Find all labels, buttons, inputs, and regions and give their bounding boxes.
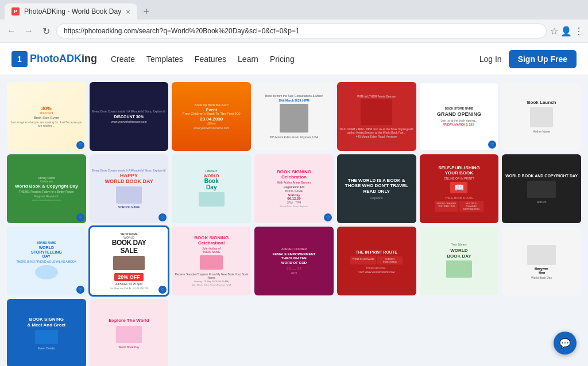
template-card-21[interactable]: विश्व पुस्तकदिवस World Book Day [502, 227, 581, 295]
template-card-14[interactable]: WORLD BOOK AND COPYRIGHT DAY April 23 [502, 154, 581, 223]
template-card-18[interactable]: APHREC CORNER FEMALE EMPOWERMENTTHROUGH … [254, 227, 334, 295]
card-inner-7: Book Launch Author Name [502, 82, 581, 151]
card-inner-2: Every Book Covers inside It A Wonderful … [90, 82, 169, 151]
template-card-9[interactable]: Every Book Covers Inside It A Wonderful … [90, 154, 169, 223]
template-card-10[interactable]: LIBRARY WORLDBookDay [172, 154, 251, 223]
logo-icon: 1 [11, 51, 28, 67]
card-inner-20: Your Library WORLDBOOK DAY [420, 227, 499, 295]
nav-features[interactable]: Features [195, 54, 226, 64]
nav-pricing[interactable]: Pricing [270, 54, 295, 64]
template-card-4[interactable]: Book tip from the Sun! Consultations & M… [254, 82, 334, 151]
fav-icon-11: ♡ [324, 213, 332, 221]
template-card-6[interactable]: BOOK STORE NAME GRAND OPENING Join us at… [420, 82, 499, 151]
nav-create[interactable]: Create [111, 54, 135, 64]
profile-icon[interactable]: 👤 [560, 26, 572, 37]
card-inner-22: BOOK SIGNING& Meet And Greet Event Detai… [7, 299, 86, 366]
navigation-bar: ← → ↻ ☆ 👤 ⋮ [0, 20, 588, 42]
template-card-17[interactable]: BOOK SIGNINGCelebration! John Author ofB… [172, 227, 251, 295]
app-header: 1 PhotoADKing Create Templates Features … [0, 43, 588, 75]
content-area: 30% Discount Book Sale Event Just imagin… [0, 75, 588, 366]
tab-close-btn[interactable]: × [126, 7, 130, 16]
tab-favicon: P [11, 7, 20, 15]
template-card-7[interactable]: Book Launch Author Name [502, 82, 581, 151]
card-inner-12: THE WORLD IS A BOOK &THOSE WHO DON'T TRA… [337, 154, 416, 223]
logo: 1 PhotoADKing [11, 51, 97, 67]
fav-icon-1: ♡ [76, 141, 84, 149]
card-inner-21: विश्व पुस्तकदिवस World Book Day [502, 227, 581, 295]
template-grid: 30% Discount Book Sale Event Just imagin… [5, 80, 583, 366]
card-inner-18: APHREC CORNER FEMALE EMPOWERMENTTHROUGH … [254, 227, 334, 295]
browser-chrome: P PhotoADKing - World Book Day × + ← → ↻… [0, 0, 588, 43]
template-card-11[interactable]: BOOK SIGNINGCelebration With Author Arie… [254, 154, 334, 223]
card-inner-17: BOOK SIGNINGCelebration! John Author ofB… [172, 227, 251, 295]
bookmark-icon[interactable]: ☆ [550, 26, 558, 37]
header-actions: Log In Sign Up Free [479, 50, 577, 68]
template-card-1[interactable]: 30% Discount Book Sale Event Just imagin… [7, 82, 86, 151]
forward-button[interactable]: → [22, 24, 36, 38]
card-inner-6: BOOK STORE NAME GRAND OPENING Join us at… [420, 83, 498, 150]
new-tab-button[interactable]: + [140, 5, 153, 18]
template-card-8[interactable]: Library Name Celebrate World Book & Copy… [7, 154, 86, 223]
template-card-23[interactable]: Explore The World World Book Day [90, 299, 169, 366]
refresh-button[interactable]: ↻ [39, 24, 53, 38]
template-card-16-selected[interactable]: SHOP NAME WORLD BOOK DAYSALE 20% OFF All… [90, 227, 169, 295]
nav-templates[interactable]: Templates [146, 54, 183, 64]
template-card-13[interactable]: SELF-PUBLISHINGYOUR BOOK ONLINE OR IN PR… [420, 154, 499, 223]
fav-icon-8: ♡ [76, 213, 84, 221]
menu-icon[interactable]: ⋮ [574, 26, 583, 37]
logo-number: 1 [17, 54, 22, 64]
card-inner-13: SELF-PUBLISHINGYOUR BOOK ONLINE OR IN PR… [420, 154, 499, 223]
card-inner-14: WORLD BOOK AND COPYRIGHT DAY April 23 [502, 154, 581, 223]
chat-bubble[interactable]: 💬 [554, 332, 577, 355]
card-inner-3: Book tip from the Sun! Event Free Childr… [172, 82, 251, 151]
template-card-19[interactable]: THE IN PRINT ROUTE PRINT-ON-DEMAND SUBSI… [337, 227, 416, 295]
login-button[interactable]: Log In [479, 54, 502, 64]
back-button[interactable]: ← [5, 24, 18, 38]
main-nav: Create Templates Features Learn Pricing [111, 54, 466, 64]
address-bar[interactable] [56, 24, 547, 38]
chat-icon: 💬 [559, 338, 571, 349]
card-inner-4: Book tip from the Sun! Consultations & M… [254, 82, 334, 151]
nav-learn[interactable]: Learn [238, 54, 258, 64]
template-card-15[interactable]: BRAND NAME WORLDSTORYTELLINGDAY THERE IS… [7, 227, 86, 295]
template-card-20[interactable]: Your Library WORLDBOOK DAY [420, 227, 499, 295]
template-card-12[interactable]: THE WORLD IS A BOOK &THOSE WHO DON'T TRA… [337, 154, 416, 223]
fav-icon-15: ♡ [76, 286, 84, 294]
template-card-22[interactable]: BOOK SIGNING& Meet And Greet Event Detai… [7, 299, 86, 366]
card-inner-8: Library Name Celebrate World Book & Copy… [7, 154, 86, 223]
card-inner-11: BOOK SIGNINGCelebration With Author Arie… [254, 154, 334, 223]
tab-title: PhotoADKing - World Book Day [24, 7, 121, 15]
browser-tab[interactable]: P PhotoADKing - World Book Day × [5, 3, 137, 20]
card-inner-15: BRAND NAME WORLDSTORYTELLINGDAY THERE IS… [7, 227, 86, 295]
card-inner-19: THE IN PRINT ROUTE PRINT-ON-DEMAND SUBSI… [337, 227, 416, 295]
card-inner-1: 30% Discount Book Sale Event Just imagin… [7, 82, 86, 151]
browser-action-icons: ☆ 👤 ⋮ [550, 26, 583, 37]
card-inner-23: Explore The World World Book Day [90, 299, 169, 366]
logo-suffix: ing [82, 53, 97, 64]
tab-bar: P PhotoADKing - World Book Day × + [0, 0, 588, 20]
card-inner-10: LIBRARY WORLDBookDay [172, 154, 251, 223]
card-inner-9: Every Book Covers Inside It A Wonderful … [90, 154, 169, 223]
card-inner-16: SHOP NAME WORLD BOOK DAYSALE 20% OFF All… [90, 227, 169, 295]
template-card-3[interactable]: Book tip from the Sun! Event Free Childr… [172, 82, 251, 151]
logo-text: PhotoADKing [30, 53, 97, 65]
card-inner-5: WITH AUTHOR Arieta Bensen 20-21 IIFAM • … [337, 82, 416, 151]
signup-button[interactable]: Sign Up Free [509, 50, 577, 68]
template-card-5[interactable]: WITH AUTHOR Arieta Bensen 20-21 IIFAM • … [337, 82, 416, 151]
template-card-2[interactable]: Every Book Covers inside It A Wonderful … [90, 82, 169, 151]
